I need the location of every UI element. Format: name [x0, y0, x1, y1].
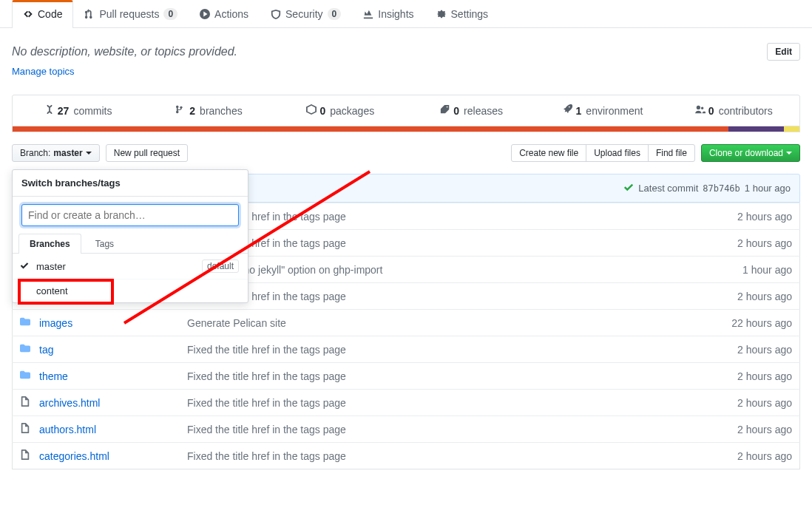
branches-link[interactable]: 2 branches	[143, 95, 274, 126]
file-name-link[interactable]: theme	[39, 370, 68, 382]
commit-sha-link[interactable]: 87b746b	[703, 183, 740, 194]
tag-icon	[440, 104, 450, 117]
branch-switcher-popover: Switch branches/tags Branches Tags maste…	[12, 169, 248, 303]
branch-filter-input[interactable]	[21, 204, 239, 226]
tab-security[interactable]: Security 0	[260, 0, 352, 27]
edit-description-button[interactable]: Edit	[767, 43, 800, 61]
about-row: No description, website, or topics provi…	[12, 28, 800, 65]
contrib-count: 0	[708, 105, 714, 117]
tab-branches[interactable]: Branches	[18, 234, 81, 254]
commit-message-link[interactable]: Fixed the title href in the tags page	[180, 336, 704, 363]
commit-message-link[interactable]: Fixed the title href in the tags page	[180, 443, 704, 469]
check-icon	[20, 261, 29, 272]
file-name-link[interactable]: archives.html	[39, 397, 100, 409]
people-icon	[695, 104, 706, 117]
commits-icon	[44, 104, 55, 117]
table-row: themeFixed the title href in the tags pa…	[13, 363, 800, 390]
clone-label: Clone or download	[709, 148, 783, 158]
tab-pull-requests[interactable]: Pull requests 0	[73, 0, 189, 27]
releases-link[interactable]: 0 releases	[406, 95, 537, 126]
environments-link[interactable]: 1 environment	[537, 95, 668, 126]
branch-list: masterdefaultcontent	[13, 254, 248, 302]
manage-topics-link[interactable]: Manage topics	[12, 66, 75, 77]
new-pull-request-button[interactable]: New pull request	[106, 144, 188, 162]
commit-message-link[interactable]: Generate Pelican site	[180, 310, 704, 336]
contributors-link[interactable]: 0 contributors	[669, 95, 799, 126]
folder-icon	[13, 363, 33, 390]
git-branch-icon	[176, 104, 186, 117]
branch-tag-tabs: Branches Tags	[13, 234, 248, 254]
file-actions-group: Create new file Upload files Find file	[511, 144, 695, 162]
tab-code[interactable]: Code	[12, 0, 73, 28]
branch-item-master[interactable]: masterdefault	[13, 254, 248, 279]
tab-settings-label: Settings	[451, 8, 489, 20]
check-icon[interactable]	[623, 182, 634, 194]
language-bar[interactable]	[12, 126, 800, 132]
branches-count: 2	[189, 105, 195, 117]
tab-tags[interactable]: Tags	[84, 234, 125, 254]
env-label: environment	[586, 105, 643, 117]
code-icon	[23, 9, 33, 19]
shield-icon	[271, 9, 281, 19]
rocket-icon	[563, 104, 573, 117]
packages-label: packages	[330, 105, 374, 117]
repo-tabnav: Code Pull requests 0 Actions Security 0 …	[0, 0, 812, 28]
folder-icon	[13, 310, 33, 336]
file-icon	[13, 416, 33, 443]
branch-item-label: content	[36, 285, 68, 296]
clone-download-button[interactable]: Clone or download	[701, 144, 800, 162]
file-age: 2 hours ago	[704, 443, 800, 469]
language-segment	[784, 126, 799, 132]
packages-link[interactable]: 0 packages	[275, 95, 406, 126]
file-age: 1 hour ago	[704, 257, 800, 283]
graph-icon	[363, 9, 373, 19]
branch-select-button[interactable]: Branch: master	[12, 144, 100, 162]
file-name-link[interactable]: authors.html	[39, 424, 96, 435]
language-segment	[728, 126, 783, 132]
file-name-link[interactable]: images	[39, 317, 72, 329]
branch-name: master	[53, 148, 82, 158]
commit-message-link[interactable]: Fixed the title href in the tags page	[180, 283, 704, 310]
commits-link[interactable]: 27 commits	[13, 95, 143, 126]
commit-message-link[interactable]: Fixed the title href in the tags page	[180, 390, 704, 416]
commit-message-link[interactable]: Fixed the title href in the tags page	[180, 230, 704, 257]
file-icon	[13, 390, 33, 416]
commit-message-link[interactable]: Fixed the title href in the tags page	[180, 416, 704, 443]
commit-time: 1 hour ago	[745, 183, 791, 194]
tab-code-label: Code	[38, 8, 62, 20]
default-badge: default	[202, 260, 239, 273]
create-file-button[interactable]: Create new file	[511, 144, 586, 162]
table-row: archives.htmlFixed the title href in the…	[13, 390, 800, 416]
tab-insights[interactable]: Insights	[352, 0, 424, 27]
file-age: 2 hours ago	[704, 363, 800, 390]
upload-files-button[interactable]: Upload files	[586, 144, 649, 162]
file-name-link[interactable]: tag	[39, 344, 53, 356]
tab-actions[interactable]: Actions	[189, 0, 260, 27]
file-navigation: Branch: master New pull request Create n…	[12, 144, 800, 162]
file-age: 2 hours ago	[704, 230, 800, 257]
package-icon	[306, 104, 317, 117]
play-icon	[200, 9, 210, 19]
tab-settings[interactable]: Settings	[425, 0, 500, 27]
file-name-link[interactable]: categories.html	[39, 450, 109, 462]
commit-message-link[interactable]: Fixed the title href in the tags page	[180, 203, 704, 230]
branch-item-content[interactable]: content	[13, 279, 248, 302]
branches-label: branches	[200, 105, 243, 117]
find-file-button[interactable]: Find file	[648, 144, 695, 162]
tab-pr-label: Pull requests	[99, 8, 159, 20]
file-age: 2 hours ago	[704, 416, 800, 443]
pr-count-badge: 0	[163, 8, 177, 20]
releases-count: 0	[453, 105, 459, 117]
numbers-summary: 27 commits 2 branches 0 packages 0 relea…	[12, 95, 800, 126]
security-count-badge: 0	[328, 8, 342, 20]
commit-message-link[interactable]: Fixed the title href in the tags page	[180, 363, 704, 390]
tab-security-label: Security	[285, 8, 323, 20]
file-age: 22 hours ago	[704, 310, 800, 336]
file-age: 2 hours ago	[704, 336, 800, 363]
caret-down-icon	[86, 152, 92, 157]
env-count: 1	[576, 105, 582, 117]
branch-item-label: master	[36, 261, 66, 272]
commit-message-link[interactable]: Testing the "no jekyll" option on ghp-im…	[180, 257, 704, 283]
commits-label: commits	[73, 105, 112, 117]
tab-actions-label: Actions	[214, 8, 248, 20]
